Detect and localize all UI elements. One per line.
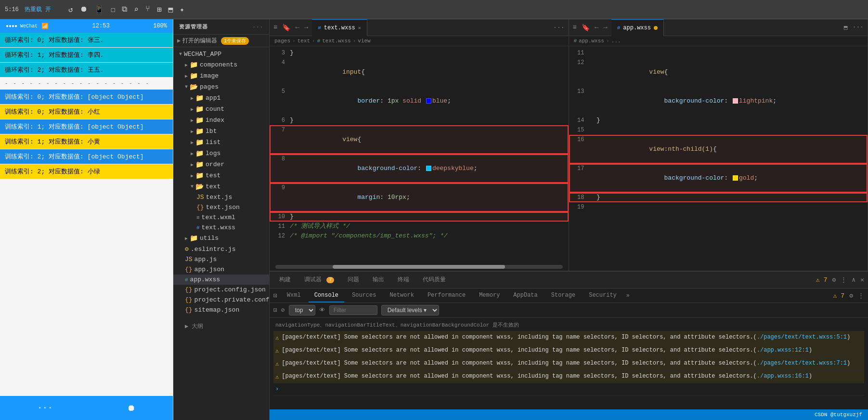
sidebar-item-test[interactable]: ▶ 📁 test: [173, 170, 269, 181]
ban-icon[interactable]: ⊘: [281, 306, 285, 314]
more-tabs-icon[interactable]: »: [626, 292, 630, 299]
sidebar-actions[interactable]: ···: [252, 24, 263, 30]
copy-icon[interactable]: ⧉: [122, 5, 127, 14]
console-link[interactable]: ./app.wxss:12:1: [757, 347, 809, 354]
close-panel-icon[interactable]: ∧: [852, 276, 855, 284]
sidebar-item-sitemap[interactable]: {} sitemap.json: [173, 305, 269, 315]
editor-right-code[interactable]: 11 12 view{ 13 background-color: lightpi…: [569, 46, 868, 271]
subtab-storage[interactable]: Storage: [545, 289, 581, 302]
tab-debugger[interactable]: 调试器 7: [298, 273, 340, 288]
tab-problems[interactable]: 问题: [342, 273, 365, 288]
tab-close-icon[interactable]: ✕: [358, 25, 361, 31]
hotreload-label[interactable]: 热重载 开: [25, 5, 51, 13]
hamburger-icon[interactable]: ≡: [573, 24, 577, 32]
sidebar-item-text-wxml[interactable]: ≡ text.wxml: [173, 212, 269, 223]
sidebar-more-icon[interactable]: ···: [252, 24, 263, 30]
sidebar-item-image[interactable]: ▶ 📁 image: [173, 70, 269, 81]
sidebar-root[interactable]: ▼ WECHAT_APP: [173, 49, 269, 59]
console-filter-input[interactable]: [329, 305, 377, 315]
more-icon[interactable]: ···: [553, 24, 564, 31]
horizontal-scrollbar[interactable]: [275, 265, 563, 269]
sidebar-item-app1[interactable]: ▶ 📁 app1: [173, 92, 269, 104]
stop-icon[interactable]: ⏺: [80, 5, 88, 14]
console-sidebar-icon[interactable]: ⊡: [273, 292, 277, 300]
sidebar-item-projconfig[interactable]: {} project.config.json: [173, 285, 269, 295]
more-icon[interactable]: ···: [853, 24, 864, 31]
sidebar-item-components[interactable]: ▶ 📁 components: [173, 59, 269, 70]
subtab-appdata[interactable]: AppData: [507, 289, 543, 302]
tab-quality[interactable]: 代码质量: [417, 273, 452, 288]
sidebar-item-appjson[interactable]: {} app.json: [173, 264, 269, 275]
search-icon[interactable]: ⌕: [134, 5, 139, 14]
nav-record-icon[interactable]: ⏺: [127, 403, 136, 413]
subtab-wxml[interactable]: Wxml: [281, 289, 307, 302]
sidebar-item-order[interactable]: ▶ 📁 order: [173, 159, 269, 170]
bookmark-icon[interactable]: 🔖: [582, 24, 590, 32]
forward-icon[interactable]: →: [603, 24, 607, 32]
arrow-right-icon: ▶: [191, 151, 194, 157]
close-icon[interactable]: ✕: [860, 276, 864, 284]
sidebar-item-more[interactable]: ▶ 大纲: [173, 321, 269, 332]
sidebar-item-text[interactable]: ▼ 📂 text: [173, 181, 269, 192]
sidebar-item-projprivate[interactable]: {} project.private.config.js...: [173, 295, 269, 305]
subtab-memory[interactable]: Memory: [473, 289, 505, 302]
console-link[interactable]: ./pages/text/text.wxss:7:1: [757, 360, 847, 367]
sidebar-item-count[interactable]: ▶ 📁 count: [173, 104, 269, 115]
refresh-icon[interactable]: ↺: [68, 5, 73, 14]
console-input[interactable]: [282, 385, 862, 394]
list-item: 训练索引: 1; 对应数据值: 小黄: [0, 134, 173, 149]
sidebar-item-appwxss[interactable]: # app.wxss: [173, 275, 269, 285]
star-icon[interactable]: ✦: [180, 5, 184, 14]
subtab-security[interactable]: Security: [583, 289, 622, 302]
nav-icon[interactable]: ···: [37, 403, 52, 413]
subtab-sources[interactable]: Sources: [346, 289, 382, 302]
subtab-network[interactable]: Network: [384, 289, 419, 302]
forward-icon[interactable]: →: [304, 24, 308, 32]
hamburger-icon[interactable]: ≡: [273, 24, 277, 32]
tab-build[interactable]: 构建: [273, 273, 297, 288]
sidebar-item-eslint[interactable]: ⚙ .eslintrc.js: [173, 244, 269, 254]
subtab-performance[interactable]: Performance: [422, 289, 471, 302]
window-icon[interactable]: ☐: [111, 5, 116, 14]
sidebar-item-appjs[interactable]: JS app.js: [173, 254, 269, 264]
console-link[interactable]: ./app.wxss:16:1: [757, 373, 809, 380]
editor-left-code[interactable]: 3 } 4 input{ 5 border: 1px solid blue;: [270, 46, 569, 263]
sidebar-toggle-icon[interactable]: ⊡: [273, 306, 277, 314]
list-item: 训练索引: 0; 对应数据值: 小红: [0, 105, 173, 119]
split-icon[interactable]: ⬒: [844, 24, 848, 31]
more-icon[interactable]: ⋮: [841, 276, 847, 284]
context-selector[interactable]: top: [289, 305, 315, 315]
settings-icon[interactable]: ⚙: [832, 276, 836, 284]
tab-terminal[interactable]: 终端: [392, 273, 415, 288]
sidebar-item-text-json[interactable]: {} text.json: [173, 202, 269, 212]
bookmark-icon[interactable]: 🔖: [282, 24, 290, 32]
sidebar-item-logs[interactable]: ▶ 📁 logs: [173, 148, 269, 159]
grid-icon[interactable]: ⊞: [157, 5, 162, 14]
eye-icon[interactable]: 👁: [319, 307, 325, 314]
json-file-icon: {}: [185, 266, 193, 273]
sidebar-item-index[interactable]: ▶ 📁 index: [173, 115, 269, 126]
tab-text-wxss[interactable]: # text.wxss ✕: [312, 19, 367, 36]
tab-app-wxss[interactable]: # app.wxss: [611, 19, 664, 36]
gear-icon[interactable]: ⚙: [849, 292, 853, 300]
sidebar-item-list[interactable]: ▶ 📁 list: [173, 137, 269, 148]
sidebar-item-lbt[interactable]: ▶ 📁 lbt: [173, 126, 269, 137]
scrollbar-thumb[interactable]: [333, 265, 505, 269]
phone-icon[interactable]: 📱: [94, 5, 104, 14]
sidebar-item-text-js[interactable]: JS text.js: [173, 192, 269, 202]
sidebar-item-pages[interactable]: ▼ 📂 pages: [173, 81, 269, 92]
more-icon[interactable]: ⋮: [858, 292, 864, 300]
wifi-icon: 📶: [41, 23, 49, 30]
breadcrumb-sep: ›: [353, 38, 356, 44]
tab-output[interactable]: 输出: [367, 273, 390, 288]
back-icon[interactable]: ←: [295, 24, 299, 32]
sidebar-item-text-wxss[interactable]: # text.wxss: [173, 223, 269, 233]
levels-selector[interactable]: Default levels ▾: [381, 305, 439, 315]
console-prompt-row[interactable]: ›: [273, 383, 864, 395]
branch-icon[interactable]: ⑂: [145, 5, 150, 14]
console-link[interactable]: ./pages/text/text.wxss:5:1: [757, 334, 847, 341]
subtab-console[interactable]: Console: [309, 289, 344, 302]
back-icon[interactable]: ←: [595, 24, 598, 32]
sidebar-item-utils[interactable]: ▶ 📁 utils: [173, 233, 269, 244]
split-icon[interactable]: ⬒: [168, 5, 173, 14]
